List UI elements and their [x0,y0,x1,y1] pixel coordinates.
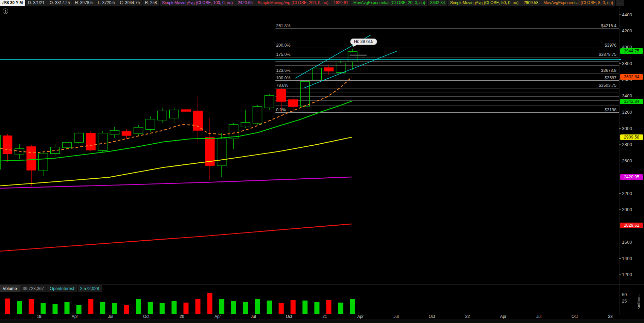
volume-bar [184,303,189,314]
price-badge-3944.75: 3944.75 [620,48,643,54]
candle-body-Jan-19 [39,153,48,170]
fib-price-label: $3976 [605,43,616,48]
price-axis-label: 2200 [622,191,632,196]
candle-body-Jan-20 [182,110,191,111]
volume-bar [255,299,260,314]
chart-canvas[interactable]: 261.8%$4216.4200.0%$3976175.0%$3878.7512… [0,0,644,323]
fib-pct-label: 0.0% [276,108,286,112]
fib-pct-label: 200.0% [276,43,290,48]
study-value-4: ... [616,0,624,6]
volume-bar [41,303,46,314]
candle-body-Aug-20 [265,95,274,108]
fib-pct-label: 78.6% [276,83,288,88]
trend-line[interactable] [304,51,397,88]
pane-divider[interactable] [0,285,644,285]
volume-axis-label: 50 [622,292,627,297]
ma-line-simplemovingavg-50 [0,137,352,186]
price-axis-label: 1600 [622,240,632,245]
candle-body-Jun-19 [98,133,107,150]
ohlc-field-1: O: 3817.25 [47,0,72,6]
study-value-2: 3342.84 [428,0,447,6]
price-axis-label: 2800 [622,142,632,147]
bottom-bar [0,319,644,323]
fib-price-label: $3678.8 [601,68,616,73]
volume-bar [267,301,272,314]
study-value-3: 2909.58 [521,0,541,6]
candle-body-Jul-20 [253,107,262,123]
study-value-0: 2420.05 [235,0,255,6]
volume-bar [243,302,248,314]
volume-axis-label: 25 [622,298,627,304]
price-axis-label: 1400 [622,256,632,261]
candle-body-Dec-19 [170,110,179,118]
study-label-1[interactable]: SimpleMovingAvg (CLOSE, 200, 0, no) [255,0,331,6]
fib-pct-label: 123.6% [276,68,290,73]
volume-bar [77,305,82,314]
candle-body-Jan-21 [324,68,334,71]
axis-divider [0,315,644,315]
volume-bar [207,293,213,314]
candle-body-Dec-18 [27,147,36,170]
price-badge-1829.61: 1829.61 [620,223,643,228]
candle-body-Mar-19 [63,143,72,148]
volume-bar [112,303,117,314]
price-axis-label: 3800 [622,61,632,66]
volume-bar [88,299,94,314]
volume-bar [17,301,22,314]
candle-body-Sep-19 [134,127,143,134]
volume-bar [100,302,105,314]
volume-bar [350,299,355,314]
candle-body-Sep-20 [277,89,286,101]
study-label-4[interactable]: MovAvgExponential (CLOSE, 8, 0, no) [541,0,615,6]
price-badge-3632.84: 3632.84 [620,74,643,80]
study-label-3[interactable]: SimpleMovingAvg (CLOSE, 50, 0, no) [448,0,521,6]
price-axis-label: 2600 [622,158,632,163]
high-tooltip-text: Hi: 3978.5 [354,39,373,44]
candle-body-Dec-20 [312,68,322,80]
candle-body-Oct-20 [289,100,298,107]
volume-bar [303,301,308,314]
candle-body-Apr-19 [74,133,84,142]
price-axis-label: 2000 [622,207,632,212]
fib-pct-label: 261.8% [276,23,290,28]
volume-bar [5,298,10,314]
ma-line-simplemovingavg-100 [0,177,352,188]
volume-units-label: <million... [637,287,641,309]
volume-study-label[interactable]: Volume [0,285,20,292]
study-label-0[interactable]: SimpleMovingAvg (CLOSE, 100, 0, no) [160,0,235,6]
candle-body-Jun-20 [241,123,250,127]
edit-studies-icon[interactable] [640,0,644,6]
price-badge-3342.84: 3342.84 [620,99,643,104]
price-axis-label: 1200 [622,272,632,277]
openinterest-value: 2,572,028 [78,285,102,292]
volume-bar [29,299,34,314]
openinterest-study-label[interactable]: OpenInterest [47,285,77,292]
chart-header: /ES 20 Y MD: 3/1/21O: 3817.25H: 3978.5L:… [0,0,644,6]
volume-bar [326,300,332,314]
volume-bar [231,301,236,314]
candle-body-Oct-19 [146,119,155,129]
candle-body-Aug-19 [122,131,131,135]
candle-body-Nov-20 [301,82,310,106]
fib-price-label: $3878.75 [599,52,616,57]
study-label-2[interactable]: MovAvgExponential (CLOSE, 20, 0, no) [351,0,427,6]
volume-bar [279,303,284,314]
ohlc-field-5: R: 258 [142,0,159,6]
price-axis-label: 3400 [622,93,632,98]
fib-price-label: $3503.75 [599,83,616,88]
ohlc-field-3: L: 3720.5 [95,0,117,6]
price-badge-2420.05: 2420.05 [620,174,643,180]
volume-bar [291,300,296,314]
volume-bar [160,303,165,314]
volume-bar [148,302,153,314]
volume-bar [172,301,177,314]
high-tooltip: Hi: 3978.5 [350,38,377,45]
fib-pct-label: 100.0% [276,76,290,80]
fib-price-label: $4216.4 [601,23,616,28]
volume-value: 39,728,367 [20,285,47,292]
fib-price-label: $3198 [605,108,616,112]
price-axis-label: 3000 [622,126,632,131]
price-axis-label: 4400 [622,12,632,17]
volume-bar [338,303,343,314]
info-icon[interactable]: ! [3,9,8,14]
